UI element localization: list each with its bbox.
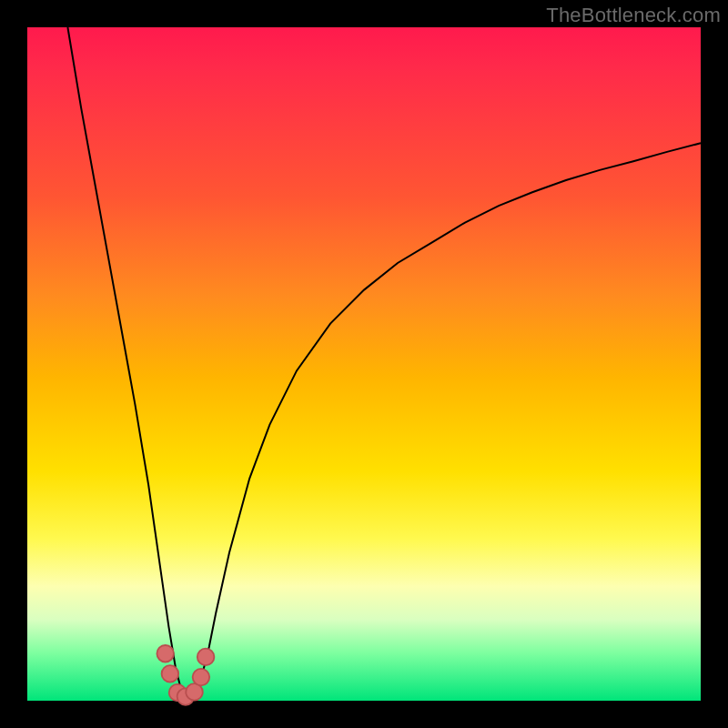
bottleneck-markers	[157, 645, 214, 705]
marker-dot	[162, 665, 179, 682]
curve-line	[67, 27, 701, 697]
chart-svg	[27, 27, 701, 701]
chart-frame: TheBottleneck.com	[0, 0, 728, 728]
watermark-text: TheBottleneck.com	[546, 4, 721, 27]
marker-dot	[193, 669, 210, 686]
marker-dot	[157, 645, 174, 662]
plot-area	[27, 27, 701, 701]
curve-path	[67, 27, 701, 697]
marker-dot	[197, 649, 215, 666]
